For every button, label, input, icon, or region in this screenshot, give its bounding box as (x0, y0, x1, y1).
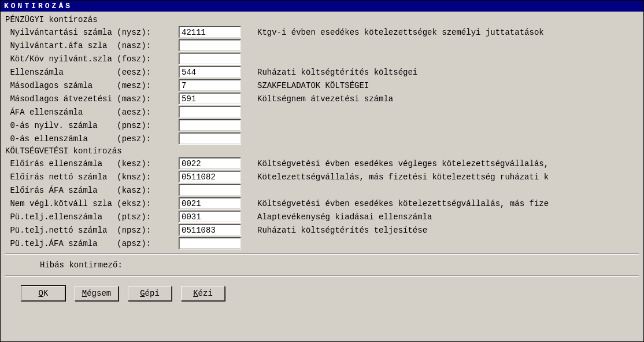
input-kasz[interactable] (179, 184, 241, 196)
row-kesz: Előírás ellenszámla (kesz): Költségvetés… (5, 157, 639, 170)
label-masz: Másodlagos átvezetési (masz): (5, 94, 179, 104)
section-koltsegvetesi: KÖLTSÉGVETÉSI kontírozás (5, 146, 639, 156)
window-content: PÉNZÜGYI kontírozás Nyilvántartási száml… (1, 12, 643, 341)
row-eksz: Nem végl.kötváll szla (eksz): Költségvet… (5, 197, 639, 210)
row-apsz: Pü.telj.ÁFA számla (apsz): (5, 237, 639, 250)
section-penzugyi: PÉNZÜGYI kontírozás (5, 15, 639, 24)
row-npsz: Pü.telj.nettó számla (npsz): Ruházati kö… (5, 223, 639, 237)
row-knsz: Előírás nettó számla (knsz): Kötelezetts… (5, 170, 639, 183)
label-apsz: Pü.telj.ÁFA számla (apsz): (5, 239, 179, 248)
label-nysz: Nyilvántartási számla (nysz): (5, 28, 179, 37)
label-kasz: Előírás ÁFA számla (kasz): (5, 186, 179, 195)
input-knsz[interactable] (179, 171, 241, 183)
input-pesz[interactable] (179, 133, 241, 145)
row-pesz: 0-ás ellenszámla (pesz): (5, 132, 639, 145)
label-npsz: Pü.telj.nettó számla (npsz): (5, 226, 179, 235)
kontirozas-dialog: KONTIROZÁS PÉNZÜGYI kontírozás Nyilvánta… (0, 0, 644, 342)
row-eesz: Ellenszámla (eesz): Ruházati költségtérí… (5, 65, 639, 79)
status-row: Hibás kontirmező: (5, 258, 639, 272)
label-knsz: Előírás nettó számla (knsz): (5, 172, 179, 182)
input-fosz[interactable] (179, 53, 241, 65)
label-aesz: ÁFA ellenszámla (aesz): (5, 108, 179, 117)
cancel-button[interactable]: Mégsem (75, 286, 119, 301)
row-aesz: ÁFA ellenszámla (aesz): (5, 105, 639, 119)
button-row: OK Mégsem Gépi Kézi (5, 280, 639, 301)
input-eksz[interactable] (179, 197, 241, 209)
desc-knsz: Kötelezettségvállalás, más fizetési köte… (257, 172, 549, 182)
input-pnsz[interactable] (179, 119, 241, 131)
input-eesz[interactable] (179, 66, 241, 78)
desc-npsz: Ruházati költségtérítés teljesítése (257, 226, 427, 235)
label-kesz: Előírás ellenszámla (kesz): (5, 159, 179, 168)
row-masz: Másodlagos átvezetési (masz): Költségnem… (5, 92, 639, 105)
label-nasz: Nyilvántart.áfa szla (nasz): (5, 41, 179, 50)
input-mesz[interactable] (179, 79, 241, 91)
input-aesz[interactable] (179, 106, 241, 118)
input-apsz[interactable] (179, 237, 241, 249)
ok-button[interactable]: OK (21, 286, 65, 301)
label-pesz: 0-ás ellenszámla (pesz): (5, 134, 179, 144)
row-kasz: Előírás ÁFA számla (kasz): (5, 183, 639, 197)
divider-bottom (5, 275, 639, 277)
input-nysz[interactable] (179, 26, 241, 38)
input-ptsz[interactable] (179, 211, 241, 223)
row-fosz: Köt/Köv nyilvánt.szla (fosz): (5, 52, 639, 65)
desc-nysz: Ktgv-i évben esedékes kötelezettségek sz… (257, 28, 544, 37)
desc-masz: Költségnem átvezetési számla (257, 94, 393, 104)
row-nasz: Nyilvántart.áfa szla (nasz): (5, 39, 639, 52)
row-nysz: Nyilvántartási számla (nysz): Ktgv-i évb… (5, 25, 639, 39)
desc-eksz: Költségvetési évben esedékes kötelezetts… (257, 199, 549, 208)
gepi-button[interactable]: Gépi (128, 286, 172, 301)
label-eesz: Ellenszámla (eesz): (5, 68, 179, 77)
input-kesz[interactable] (179, 157, 241, 170)
label-eksz: Nem végl.kötváll szla (eksz): (5, 199, 179, 208)
desc-kesz: Költségvetési évben esedékes végleges kö… (257, 159, 549, 168)
input-npsz[interactable] (179, 224, 241, 236)
status-label: Hibás kontirmező: (40, 260, 123, 270)
row-mesz: Másodlagos számla (mesz): SZAKFELADATOK … (5, 79, 639, 92)
desc-ptsz: Alaptevékenység kiadásai ellenszámla (257, 212, 432, 222)
kezi-button[interactable]: Kézi (181, 286, 225, 301)
desc-mesz: SZAKFELADATOK KÖLTSÉGEI (257, 81, 369, 90)
label-ptsz: Pü.telj.ellenszámla (ptsz): (5, 212, 179, 222)
label-fosz: Köt/Köv nyilvánt.szla (fosz): (5, 54, 179, 64)
input-masz[interactable] (179, 93, 241, 105)
row-pnsz: 0-ás nyilv. számla (pnsz): (5, 119, 639, 132)
label-mesz: Másodlagos számla (mesz): (5, 81, 179, 90)
window-title: KONTIROZÁS (1, 1, 643, 12)
desc-eesz: Ruházati költségtérítés költségei (257, 68, 417, 77)
row-ptsz: Pü.telj.ellenszámla (ptsz): Alaptevékeny… (5, 210, 639, 223)
input-nasz[interactable] (179, 39, 241, 52)
label-pnsz: 0-ás nyilv. számla (pnsz): (5, 121, 179, 130)
divider-top (5, 253, 639, 255)
